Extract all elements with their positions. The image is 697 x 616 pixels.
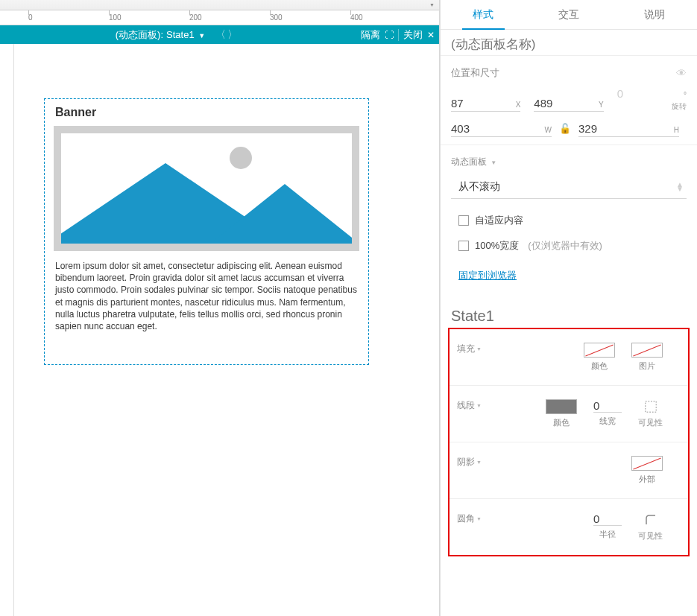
swatch-icon — [631, 456, 663, 471]
border-visibility-icon — [643, 399, 658, 414]
mountain-shape — [210, 184, 359, 244]
position-size-title: 位置和尺寸 — [451, 66, 499, 80]
radius-input[interactable] — [593, 512, 622, 526]
corner-radius-control[interactable]: 半径 — [593, 512, 622, 542]
chevron-down-icon: ▼ — [429, 2, 435, 7]
widget-name-input[interactable] — [451, 37, 687, 52]
dynamic-panel-widget[interactable]: Banner Lorem ipsum dolor sit amet, conse… — [44, 98, 369, 365]
line-visibility-control[interactable]: 可见性 — [638, 399, 663, 428]
canvas-area: ▼ 0 100 200 300 400 (动态面板): State1 ▼ 〈 〉… — [0, 0, 440, 616]
tab-notes[interactable]: 说明 — [611, 0, 697, 29]
image-placeholder — [54, 126, 359, 251]
stepper-icon: ▲▼ — [676, 182, 684, 191]
isolate-button[interactable]: 隔离 — [361, 28, 380, 42]
lock-icon[interactable]: 🔓 — [559, 123, 571, 137]
close-button[interactable]: 关闭 — [403, 28, 423, 42]
swatch-icon — [631, 343, 663, 358]
state-dropdown[interactable]: State1 ▼ — [166, 29, 205, 40]
visibility-icon[interactable]: 👁 — [676, 67, 687, 79]
chevron-down-icon: ▼ — [491, 159, 496, 166]
inspector-tabs: 样式 交互 说明 — [441, 0, 697, 30]
panel-edit-bar: (动态面板): State1 ▼ 〈 〉 隔离 ⛶ 关闭 ✕ — [0, 25, 439, 44]
banner-title: Banner — [45, 99, 368, 126]
full-width-checkbox[interactable] — [458, 241, 469, 251]
panel-type-label: (动态面板): — [116, 28, 163, 42]
y-input[interactable] — [534, 97, 570, 109]
corner-icon — [643, 512, 658, 527]
radius-visibility-control[interactable]: 可见性 — [638, 512, 663, 542]
rotation-input[interactable] — [617, 87, 653, 100]
width-input[interactable] — [451, 122, 487, 135]
prev-state-button[interactable]: 〈 — [215, 28, 226, 42]
svg-rect-0 — [645, 401, 655, 412]
inspector-panel: 样式 交互 说明 位置和尺寸 👁 X Y ° 旋转 — [440, 0, 697, 616]
lorem-text: Lorem ipsum dolor sit amet, consectetur … — [45, 251, 368, 341]
pin-to-browser-link[interactable]: 固定到浏览器 — [458, 264, 524, 287]
fill-color-control[interactable]: 颜色 — [584, 343, 615, 372]
top-dropdown-bar[interactable]: ▼ — [0, 0, 439, 10]
swatch-icon — [546, 399, 577, 414]
next-state-button[interactable]: 〉 — [227, 28, 238, 42]
fit-content-checkbox[interactable] — [458, 215, 469, 226]
fill-image-control[interactable]: 图片 — [631, 343, 663, 372]
x-input[interactable] — [451, 97, 487, 109]
focus-icon[interactable]: ⛶ — [385, 30, 394, 40]
line-color-control[interactable]: 颜色 — [546, 399, 577, 428]
shadow-outer-control[interactable]: 外部 — [631, 456, 663, 485]
dynamic-panel-section-title: 动态面板 — [451, 156, 487, 167]
line-width-input[interactable] — [593, 399, 622, 413]
state-section-title: State1 — [441, 297, 697, 325]
highlighted-style-section: 填充▼ 颜色 图片 线段▼ — [448, 328, 690, 556]
height-input[interactable] — [578, 122, 614, 135]
canvas-page[interactable]: Banner Lorem ipsum dolor sit amet, conse… — [14, 44, 439, 616]
separator — [398, 29, 399, 41]
close-icon[interactable]: ✕ — [427, 30, 435, 40]
chevron-down-icon: ▼ — [198, 32, 205, 39]
line-width-control[interactable]: 线宽 — [593, 399, 622, 428]
tab-style[interactable]: 样式 — [441, 0, 526, 29]
tab-interactions[interactable]: 交互 — [526, 0, 612, 29]
rotation-label: 旋转 — [617, 101, 687, 112]
scroll-behavior-select[interactable]: 从不滚动 ▲▼ — [451, 176, 687, 199]
vertical-ruler — [0, 44, 14, 616]
horizontal-ruler: 0 100 200 300 400 — [0, 10, 439, 25]
swatch-icon — [584, 343, 615, 358]
